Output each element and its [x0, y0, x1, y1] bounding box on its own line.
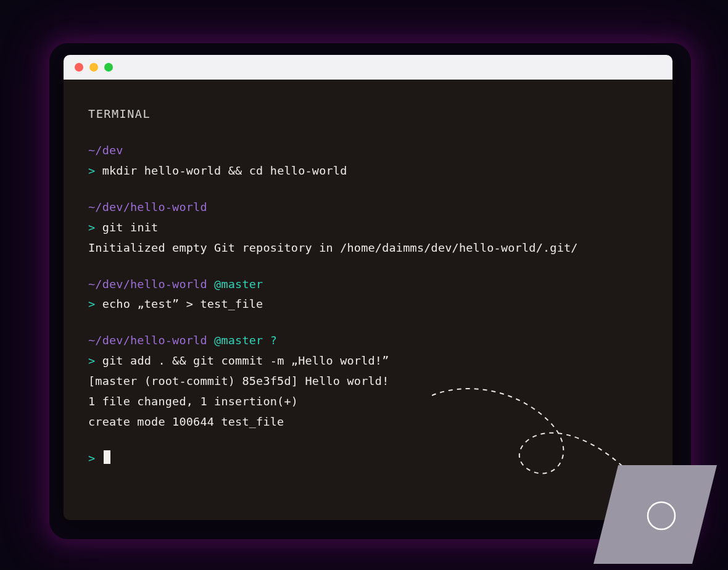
command-text: mkdir hello-world && cd hello-world [102, 164, 347, 177]
command-text: git add . && git commit -m „Hello world!… [102, 354, 389, 367]
terminal-title: TERMINAL [88, 104, 648, 125]
output-line: create mode 100644 test_file [88, 412, 648, 432]
minimize-icon[interactable] [89, 63, 98, 72]
titlebar [64, 55, 672, 80]
close-icon[interactable] [75, 63, 83, 72]
output-line: [master (root-commit) 85e3f5d] Hello wor… [88, 371, 648, 392]
prompt-symbol: > [88, 452, 95, 465]
terminal-window: TERMINAL ~/dev > mkdir hello-world && cd… [64, 55, 672, 520]
prompt-branch: @master [214, 334, 263, 347]
cursor-icon [104, 450, 110, 464]
prompt-branch: @master [214, 278, 263, 291]
terminal-body[interactable]: TERMINAL ~/dev > mkdir hello-world && cd… [64, 80, 672, 520]
terminal-block: ~/dev/hello-world @master > echo „test” … [88, 275, 648, 315]
prompt-symbol: > [88, 164, 95, 177]
prompt-path: ~/dev/hello-world [88, 200, 207, 213]
prompt-symbol: > [88, 354, 95, 367]
terminal-block: ~/dev/hello-world > git init Initialized… [88, 197, 648, 258]
terminal-block: ~/dev > mkdir hello-world && cd hello-wo… [88, 141, 648, 181]
command-text: echo „test” > test_file [102, 297, 263, 310]
active-prompt-line[interactable]: > [88, 448, 648, 469]
terminal-block: ~/dev/hello-world @master ? > git add . … [88, 331, 648, 432]
prompt-path: ~/dev [88, 144, 123, 157]
prompt-symbol: > [88, 297, 95, 310]
output-line: 1 file changed, 1 insertion(+) [88, 392, 648, 412]
output-line: Initialized empty Git repository in /hom… [88, 238, 648, 258]
maximize-icon[interactable] [104, 63, 113, 72]
prompt-path: ~/dev/hello-world [88, 278, 207, 291]
prompt-path: ~/dev/hello-world [88, 334, 207, 347]
prompt-symbol: > [88, 221, 95, 234]
prompt-status: ? [270, 334, 277, 347]
command-text: git init [102, 221, 159, 234]
